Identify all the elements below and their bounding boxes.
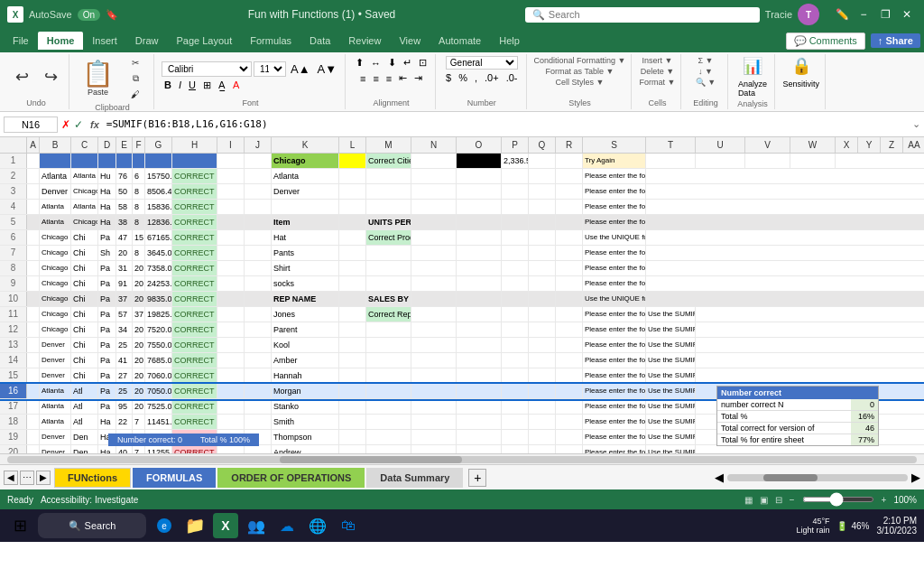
fill-color-button[interactable]: A̲ — [216, 79, 228, 92]
sheet-tab-formulas[interactable]: FORMULAS — [133, 468, 216, 488]
taskbar-files-button[interactable]: 📁 — [182, 513, 208, 538]
currency-button[interactable]: $ — [443, 71, 454, 84]
cell-reference-box[interactable] — [4, 117, 58, 133]
col-header-m[interactable]: M — [366, 137, 411, 153]
search-bar[interactable]: 🔍 — [525, 7, 760, 23]
cell-v1[interactable] — [745, 154, 790, 168]
close-button[interactable]: ✕ — [897, 5, 917, 24]
align-bottom-button[interactable]: ⬇ — [385, 56, 399, 70]
comments-button[interactable]: 💬 Comments — [786, 33, 865, 50]
undo-button[interactable]: ↩ — [9, 67, 34, 87]
formula-bar-confirm-icon[interactable]: ✓ — [74, 118, 83, 131]
cell-w1[interactable] — [790, 154, 836, 168]
add-sheet-button[interactable]: + — [468, 469, 486, 487]
col-header-b[interactable]: B — [40, 137, 71, 153]
redo-button[interactable]: ↪ — [38, 67, 63, 87]
col-header-p[interactable]: P — [502, 137, 529, 153]
cell-m1[interactable]: Correct Cities Found! — [366, 154, 411, 168]
merge-button[interactable]: ⊡ — [416, 56, 430, 70]
col-header-l[interactable]: L — [339, 137, 366, 153]
sheet-tab-data-summary[interactable]: Data Summary — [366, 468, 463, 488]
decrease-indent-button[interactable]: ⇤ — [396, 71, 410, 85]
col-header-x[interactable]: X — [836, 137, 858, 153]
font-color-button[interactable]: A — [230, 79, 242, 91]
tab-file[interactable]: File — [4, 32, 38, 50]
taskbar-store-button[interactable]: 🛍 — [336, 513, 361, 538]
cell-o1[interactable] — [457, 154, 502, 168]
col-header-a[interactable]: A — [27, 137, 40, 153]
col-header-n[interactable]: N — [411, 137, 457, 153]
decimal-up-button[interactable]: .0+ — [482, 71, 502, 84]
cell-d1[interactable] — [98, 154, 116, 168]
font-grow-button[interactable]: A▲ — [288, 61, 313, 77]
scroll-left-button[interactable]: ◀ — [715, 471, 724, 484]
cell-a1[interactable] — [27, 154, 40, 168]
col-header-g[interactable]: G — [145, 137, 172, 153]
cell-t1[interactable] — [646, 154, 696, 168]
tab-insert[interactable]: Insert — [83, 32, 126, 50]
cell-c1[interactable] — [71, 154, 98, 168]
col-header-o[interactable]: O — [457, 137, 502, 153]
col-header-j[interactable]: J — [245, 137, 272, 153]
formula-input[interactable] — [106, 118, 909, 130]
underline-button[interactable]: U — [186, 79, 199, 91]
zoom-slider[interactable] — [802, 497, 874, 502]
autosave-toggle[interactable]: On — [78, 9, 100, 21]
search-input[interactable] — [549, 9, 729, 20]
cell-p1[interactable]: 2,336.50 — [502, 154, 529, 168]
cell-b1[interactable] — [40, 154, 71, 168]
minimize-button[interactable]: − — [854, 5, 873, 24]
fx-button[interactable]: fx — [87, 119, 103, 130]
col-header-d[interactable]: D — [98, 137, 116, 153]
col-header-h[interactable]: H — [172, 137, 217, 153]
col-header-q[interactable]: Q — [529, 137, 556, 153]
tab-page-layout[interactable]: Page Layout — [167, 32, 241, 50]
cell-n1[interactable] — [411, 154, 457, 168]
view-layout-button[interactable]: ▣ — [760, 495, 768, 505]
taskbar-teams-button[interactable]: 👥 — [244, 513, 269, 538]
taskbar-search-button[interactable]: 🔍 Search — [38, 513, 146, 538]
scrollbar-track[interactable] — [7, 456, 917, 463]
zoom-in-button[interactable]: + — [882, 495, 887, 505]
format-painter-button[interactable]: 🖌 — [123, 88, 148, 101]
tab-formulas[interactable]: Formulas — [241, 32, 300, 50]
col-header-y[interactable]: Y — [858, 137, 881, 153]
cell-k1[interactable]: Chicago — [272, 154, 339, 168]
col-header-z[interactable]: Z — [881, 137, 903, 153]
scrollbar-thumb[interactable] — [280, 456, 462, 463]
align-right-button[interactable]: ≡ — [383, 71, 394, 85]
tab-help[interactable]: Help — [490, 32, 529, 50]
tab-data[interactable]: Data — [300, 32, 339, 50]
zoom-out-button[interactable]: − — [790, 495, 795, 505]
col-header-v[interactable]: V — [745, 137, 790, 153]
tab-home[interactable]: Home — [38, 32, 84, 50]
cell-g1[interactable] — [145, 154, 172, 168]
cell-q1[interactable] — [529, 154, 556, 168]
wrap-text-button[interactable]: ↵ — [401, 56, 414, 70]
taskbar-onedrive-button[interactable]: ☁ — [274, 513, 300, 538]
col-header-t[interactable]: T — [646, 137, 696, 153]
cell-i1[interactable] — [217, 154, 245, 168]
share-button[interactable]: ↑ Share — [871, 33, 920, 48]
bold-button[interactable]: B — [162, 79, 174, 91]
increase-indent-button[interactable]: ⇥ — [411, 71, 425, 85]
align-left-button[interactable]: ≡ — [357, 71, 368, 85]
view-normal-button[interactable]: ▦ — [744, 495, 753, 505]
col-header-k[interactable]: K — [272, 137, 339, 153]
tab-view[interactable]: View — [390, 32, 430, 50]
cell-ref-input[interactable] — [4, 117, 58, 133]
tab-next-button[interactable]: ⋯ — [20, 471, 34, 485]
comma-button[interactable]: , — [472, 71, 480, 84]
col-header-c[interactable]: C — [71, 137, 98, 153]
formula-bar-check-icon[interactable]: ✗ — [61, 118, 70, 131]
font-size-select[interactable]: 11 — [254, 61, 286, 77]
restore-button[interactable]: ❐ — [875, 5, 895, 24]
tab-prev-button[interactable]: ◀ — [4, 471, 18, 485]
col-header-s[interactable]: S — [583, 137, 646, 153]
cell-j1[interactable] — [245, 154, 272, 168]
taskbar-chrome-button[interactable]: 🌐 — [305, 513, 330, 538]
font-shrink-button[interactable]: A▼ — [315, 61, 340, 77]
scroll-right-button[interactable]: ▶ — [911, 471, 920, 484]
col-header-e[interactable]: E — [116, 137, 133, 153]
align-center-button[interactable]: ≡ — [370, 71, 381, 85]
